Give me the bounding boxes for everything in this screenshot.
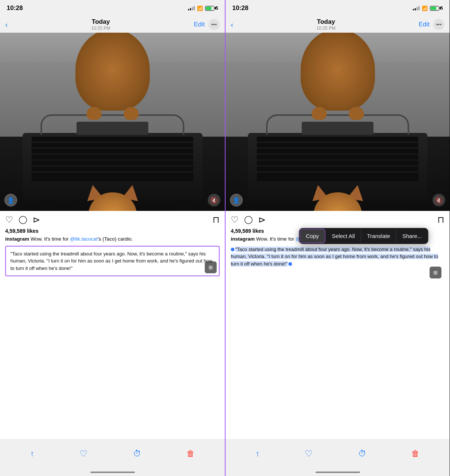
home-bar-right [315, 472, 360, 473]
nav-edit-right[interactable]: Edit [419, 21, 430, 28]
quote-text-left: "Taco started using the treadmill about … [10, 251, 213, 271]
signal-icon-left [188, 6, 195, 10]
battery-icon-right [430, 6, 439, 11]
nav-more-button-left[interactable]: ••• [208, 19, 220, 30]
share-button-right[interactable]: ⊳ [258, 215, 266, 224]
quote-text-right[interactable]: "Taco started using the treadmill about … [231, 247, 438, 267]
left-phone-panel: 10:28 📶 5 ‹ Today 10:25 PM Edit ••• [0, 0, 225, 476]
treadmill-console-left [77, 122, 149, 135]
video-scene-right: 👤 🔇 [226, 33, 450, 211]
battery-num-right: 5 [440, 6, 443, 11]
toolbar-share-left[interactable]: ↑ [30, 449, 34, 459]
wifi-icon-left: 📶 [197, 6, 203, 11]
toolbar-heart-right[interactable]: ♡ [305, 449, 313, 459]
status-time-left: 10:28 [7, 4, 23, 12]
toolbar-trash-left[interactable]: 🗑 [187, 449, 195, 459]
quote-box-left: "Taco started using the treadmill about … [5, 246, 220, 277]
video-overlay-left: 👤 🔇 [4, 194, 220, 206]
avatar-icon-right: 👤 [233, 197, 240, 204]
cat-paw-right-l [124, 107, 139, 120]
home-bar-left [90, 472, 135, 473]
cat-paw-right-r [349, 107, 364, 120]
like-button-right[interactable]: ♡ [231, 215, 239, 224]
nav-actions-left: Edit ••• [194, 19, 220, 30]
caption-left: instagram Wow. It's time for @tik.tacoca… [5, 236, 220, 243]
caption-text-left: Wow. It's time for [29, 236, 70, 242]
live-text-button-right[interactable]: ⊞ [430, 267, 441, 278]
right-action-icons: ♡ ◯ ⊳ [231, 215, 266, 224]
nav-title-right: Today [317, 18, 336, 26]
toolbar-trash-right[interactable]: 🗑 [411, 449, 420, 459]
mute-button-right[interactable]: 🔇 [433, 194, 445, 206]
comment-button-right[interactable]: ◯ [244, 215, 253, 224]
cat-paw-left-r [312, 107, 327, 120]
nav-subtitle-left: 10:25 PM [91, 26, 110, 31]
context-menu-select-all[interactable]: Select All [326, 229, 361, 243]
context-menu-copy[interactable]: Copy [300, 229, 325, 243]
avatar-right: 👤 [230, 194, 243, 206]
video-overlay-right: 👤 🔇 [230, 194, 445, 206]
quote-container-right: Copy Select All Translate Share... "Taco… [231, 246, 444, 282]
battery-fill-right [431, 7, 436, 10]
toolbar-clock-left[interactable]: ⏱ [133, 449, 141, 459]
battery-icon-left [205, 6, 214, 11]
cat-paw-left-l [87, 107, 101, 120]
nav-bar-left: ‹ Today 10:25 PM Edit ••• [0, 16, 225, 33]
context-menu-translate[interactable]: Translate [361, 229, 396, 243]
treadmill-belt-left [32, 137, 194, 181]
video-scene-left: 👤 🔇 [0, 33, 225, 211]
status-icons-left: 📶 5 [188, 6, 218, 11]
status-icons-right: 📶 5 [413, 6, 443, 11]
caption-rest-left: 's (Taco) cardio. [98, 236, 133, 242]
bookmark-button-left[interactable]: ⊓ [213, 215, 220, 225]
video-area-right: 👤 🔇 [226, 33, 450, 211]
battery-left: 5 [205, 6, 218, 11]
battery-fill-left [206, 7, 211, 10]
nav-title-group-right: Today 10:25 PM [317, 18, 336, 31]
avatar-icon-left: 👤 [7, 197, 14, 204]
nav-actions-right: Edit ••• [419, 19, 444, 30]
context-menu: Copy Select All Translate Share... [299, 228, 428, 244]
treadmill-console-right [302, 122, 373, 135]
toolbar-heart-left[interactable]: ♡ [80, 449, 88, 459]
back-button-right[interactable]: ‹ [231, 20, 233, 29]
action-icons-right: ♡ ◯ ⊳ ⊓ [231, 215, 444, 225]
nav-subtitle-right: 10:25 PM [317, 26, 336, 31]
action-icons-left: ♡ ◯ ⊳ ⊓ [5, 215, 220, 225]
cat-body-lower-l [75, 33, 150, 111]
caption-username-right: instagram [231, 236, 255, 242]
bottom-toolbar-right: ↑ ♡ ⏱ 🗑 [226, 439, 450, 469]
likes-count-left: 4,59,589 likes [5, 228, 220, 234]
like-button-left[interactable]: ♡ [5, 215, 13, 224]
share-button-left[interactable]: ⊳ [33, 215, 40, 224]
selection-start-dot [231, 248, 234, 251]
nav-more-button-right[interactable]: ••• [433, 19, 444, 30]
selection-end-dot [288, 262, 292, 266]
bottom-toolbar-left: ↑ ♡ ⏱ 🗑 [0, 439, 225, 469]
avatar-left: 👤 [4, 194, 17, 206]
treadmill-belt-right [257, 137, 418, 181]
home-indicator-left [0, 469, 225, 476]
quote-selected-right: "Taco started using the treadmill about … [231, 246, 444, 268]
status-bar-left: 10:28 📶 5 [0, 0, 225, 16]
left-action-icons: ♡ ◯ ⊳ [5, 215, 40, 224]
toolbar-clock-right[interactable]: ⏱ [358, 449, 366, 459]
bookmark-button-right[interactable]: ⊓ [437, 215, 444, 225]
mute-button-left[interactable]: 🔇 [208, 194, 220, 206]
nav-title-left: Today [91, 18, 110, 26]
signal-icon-right [413, 6, 420, 10]
caption-mention-left[interactable]: @tik.tacocat [70, 236, 97, 242]
caption-username-left: instagram [5, 236, 29, 242]
caption-text-right: Wow. It's time for [255, 236, 296, 242]
comment-button-left[interactable]: ◯ [19, 215, 27, 224]
video-area-left: 👤 🔇 [0, 33, 225, 211]
back-button-left[interactable]: ‹ [5, 20, 8, 29]
home-indicator-right [226, 469, 450, 476]
nav-edit-left[interactable]: Edit [194, 21, 205, 28]
context-menu-share[interactable]: Share... [396, 229, 428, 243]
right-phone-panel: 10:28 📶 5 ‹ Today 10:25 PM Edit ••• [225, 0, 450, 476]
battery-right: 5 [430, 6, 443, 11]
live-text-button-left[interactable]: ⊞ [205, 261, 217, 273]
toolbar-share-right[interactable]: ↑ [256, 449, 260, 459]
nav-title-group-left: Today 10:25 PM [91, 18, 110, 31]
